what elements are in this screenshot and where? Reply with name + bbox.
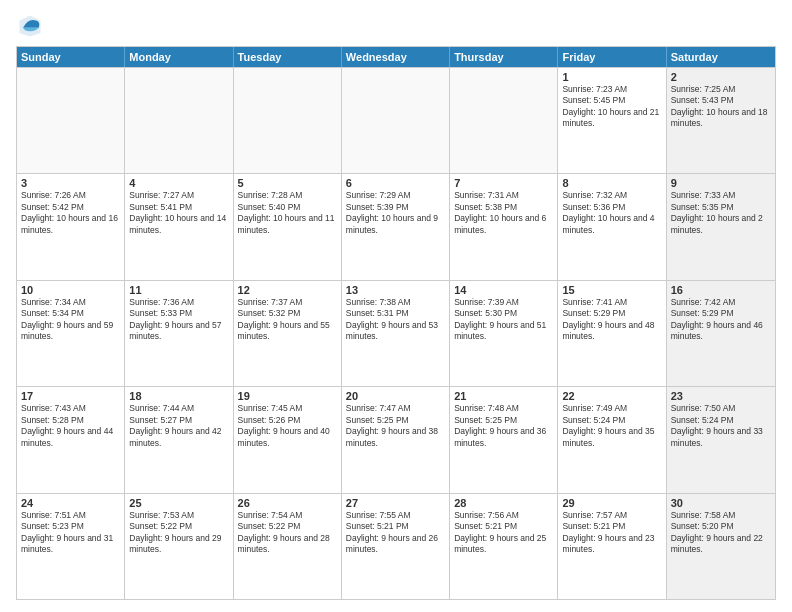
calendar-cell: 7Sunrise: 7:31 AM Sunset: 5:38 PM Daylig… xyxy=(450,174,558,279)
day-number: 7 xyxy=(454,177,553,189)
calendar-body: 1Sunrise: 7:23 AM Sunset: 5:45 PM Daylig… xyxy=(17,67,775,599)
day-info: Sunrise: 7:41 AM Sunset: 5:29 PM Dayligh… xyxy=(562,297,661,343)
calendar-cell: 27Sunrise: 7:55 AM Sunset: 5:21 PM Dayli… xyxy=(342,494,450,599)
calendar-cell: 5Sunrise: 7:28 AM Sunset: 5:40 PM Daylig… xyxy=(234,174,342,279)
day-info: Sunrise: 7:58 AM Sunset: 5:20 PM Dayligh… xyxy=(671,510,771,556)
logo xyxy=(16,12,48,40)
day-number: 21 xyxy=(454,390,553,402)
day-number: 20 xyxy=(346,390,445,402)
header-day-tuesday: Tuesday xyxy=(234,47,342,67)
logo-icon xyxy=(16,12,44,40)
day-info: Sunrise: 7:54 AM Sunset: 5:22 PM Dayligh… xyxy=(238,510,337,556)
day-info: Sunrise: 7:55 AM Sunset: 5:21 PM Dayligh… xyxy=(346,510,445,556)
day-info: Sunrise: 7:34 AM Sunset: 5:34 PM Dayligh… xyxy=(21,297,120,343)
calendar-cell: 2Sunrise: 7:25 AM Sunset: 5:43 PM Daylig… xyxy=(667,68,775,173)
calendar-cell: 13Sunrise: 7:38 AM Sunset: 5:31 PM Dayli… xyxy=(342,281,450,386)
day-info: Sunrise: 7:50 AM Sunset: 5:24 PM Dayligh… xyxy=(671,403,771,449)
header-day-thursday: Thursday xyxy=(450,47,558,67)
day-number: 9 xyxy=(671,177,771,189)
day-info: Sunrise: 7:38 AM Sunset: 5:31 PM Dayligh… xyxy=(346,297,445,343)
day-info: Sunrise: 7:57 AM Sunset: 5:21 PM Dayligh… xyxy=(562,510,661,556)
day-info: Sunrise: 7:37 AM Sunset: 5:32 PM Dayligh… xyxy=(238,297,337,343)
day-info: Sunrise: 7:43 AM Sunset: 5:28 PM Dayligh… xyxy=(21,403,120,449)
calendar-cell: 26Sunrise: 7:54 AM Sunset: 5:22 PM Dayli… xyxy=(234,494,342,599)
header-day-sunday: Sunday xyxy=(17,47,125,67)
calendar-cell: 9Sunrise: 7:33 AM Sunset: 5:35 PM Daylig… xyxy=(667,174,775,279)
calendar-cell: 28Sunrise: 7:56 AM Sunset: 5:21 PM Dayli… xyxy=(450,494,558,599)
calendar-cell: 15Sunrise: 7:41 AM Sunset: 5:29 PM Dayli… xyxy=(558,281,666,386)
calendar-cell: 19Sunrise: 7:45 AM Sunset: 5:26 PM Dayli… xyxy=(234,387,342,492)
day-number: 17 xyxy=(21,390,120,402)
calendar-cell: 18Sunrise: 7:44 AM Sunset: 5:27 PM Dayli… xyxy=(125,387,233,492)
day-number: 5 xyxy=(238,177,337,189)
day-number: 30 xyxy=(671,497,771,509)
day-info: Sunrise: 7:36 AM Sunset: 5:33 PM Dayligh… xyxy=(129,297,228,343)
calendar-cell: 4Sunrise: 7:27 AM Sunset: 5:41 PM Daylig… xyxy=(125,174,233,279)
calendar-row-2: 3Sunrise: 7:26 AM Sunset: 5:42 PM Daylig… xyxy=(17,173,775,279)
day-info: Sunrise: 7:29 AM Sunset: 5:39 PM Dayligh… xyxy=(346,190,445,236)
header-day-wednesday: Wednesday xyxy=(342,47,450,67)
calendar-cell: 1Sunrise: 7:23 AM Sunset: 5:45 PM Daylig… xyxy=(558,68,666,173)
day-number: 24 xyxy=(21,497,120,509)
calendar-cell: 30Sunrise: 7:58 AM Sunset: 5:20 PM Dayli… xyxy=(667,494,775,599)
day-number: 16 xyxy=(671,284,771,296)
day-info: Sunrise: 7:28 AM Sunset: 5:40 PM Dayligh… xyxy=(238,190,337,236)
day-number: 1 xyxy=(562,71,661,83)
day-info: Sunrise: 7:27 AM Sunset: 5:41 PM Dayligh… xyxy=(129,190,228,236)
day-info: Sunrise: 7:39 AM Sunset: 5:30 PM Dayligh… xyxy=(454,297,553,343)
day-info: Sunrise: 7:25 AM Sunset: 5:43 PM Dayligh… xyxy=(671,84,771,130)
calendar-cell: 3Sunrise: 7:26 AM Sunset: 5:42 PM Daylig… xyxy=(17,174,125,279)
calendar-cell: 17Sunrise: 7:43 AM Sunset: 5:28 PM Dayli… xyxy=(17,387,125,492)
day-number: 11 xyxy=(129,284,228,296)
calendar-cell xyxy=(234,68,342,173)
calendar-cell: 22Sunrise: 7:49 AM Sunset: 5:24 PM Dayli… xyxy=(558,387,666,492)
day-number: 15 xyxy=(562,284,661,296)
day-info: Sunrise: 7:44 AM Sunset: 5:27 PM Dayligh… xyxy=(129,403,228,449)
day-number: 6 xyxy=(346,177,445,189)
calendar-cell: 20Sunrise: 7:47 AM Sunset: 5:25 PM Dayli… xyxy=(342,387,450,492)
page: SundayMondayTuesdayWednesdayThursdayFrid… xyxy=(0,0,792,612)
day-info: Sunrise: 7:26 AM Sunset: 5:42 PM Dayligh… xyxy=(21,190,120,236)
day-number: 2 xyxy=(671,71,771,83)
calendar-cell: 24Sunrise: 7:51 AM Sunset: 5:23 PM Dayli… xyxy=(17,494,125,599)
calendar-cell xyxy=(125,68,233,173)
day-number: 29 xyxy=(562,497,661,509)
calendar-cell xyxy=(450,68,558,173)
day-info: Sunrise: 7:33 AM Sunset: 5:35 PM Dayligh… xyxy=(671,190,771,236)
day-number: 23 xyxy=(671,390,771,402)
calendar-cell: 8Sunrise: 7:32 AM Sunset: 5:36 PM Daylig… xyxy=(558,174,666,279)
calendar-cell: 6Sunrise: 7:29 AM Sunset: 5:39 PM Daylig… xyxy=(342,174,450,279)
day-number: 13 xyxy=(346,284,445,296)
calendar-cell: 21Sunrise: 7:48 AM Sunset: 5:25 PM Dayli… xyxy=(450,387,558,492)
calendar-row-1: 1Sunrise: 7:23 AM Sunset: 5:45 PM Daylig… xyxy=(17,67,775,173)
day-number: 22 xyxy=(562,390,661,402)
day-info: Sunrise: 7:32 AM Sunset: 5:36 PM Dayligh… xyxy=(562,190,661,236)
day-number: 12 xyxy=(238,284,337,296)
calendar-cell: 12Sunrise: 7:37 AM Sunset: 5:32 PM Dayli… xyxy=(234,281,342,386)
header-day-saturday: Saturday xyxy=(667,47,775,67)
day-info: Sunrise: 7:31 AM Sunset: 5:38 PM Dayligh… xyxy=(454,190,553,236)
day-info: Sunrise: 7:45 AM Sunset: 5:26 PM Dayligh… xyxy=(238,403,337,449)
day-info: Sunrise: 7:47 AM Sunset: 5:25 PM Dayligh… xyxy=(346,403,445,449)
day-number: 14 xyxy=(454,284,553,296)
day-number: 18 xyxy=(129,390,228,402)
day-number: 27 xyxy=(346,497,445,509)
calendar-header: SundayMondayTuesdayWednesdayThursdayFrid… xyxy=(17,47,775,67)
day-number: 10 xyxy=(21,284,120,296)
calendar-row-5: 24Sunrise: 7:51 AM Sunset: 5:23 PM Dayli… xyxy=(17,493,775,599)
day-number: 26 xyxy=(238,497,337,509)
calendar-cell: 23Sunrise: 7:50 AM Sunset: 5:24 PM Dayli… xyxy=(667,387,775,492)
calendar-row-3: 10Sunrise: 7:34 AM Sunset: 5:34 PM Dayli… xyxy=(17,280,775,386)
calendar: SundayMondayTuesdayWednesdayThursdayFrid… xyxy=(16,46,776,600)
calendar-cell: 14Sunrise: 7:39 AM Sunset: 5:30 PM Dayli… xyxy=(450,281,558,386)
header-day-monday: Monday xyxy=(125,47,233,67)
day-info: Sunrise: 7:49 AM Sunset: 5:24 PM Dayligh… xyxy=(562,403,661,449)
day-info: Sunrise: 7:53 AM Sunset: 5:22 PM Dayligh… xyxy=(129,510,228,556)
calendar-cell: 16Sunrise: 7:42 AM Sunset: 5:29 PM Dayli… xyxy=(667,281,775,386)
calendar-cell xyxy=(342,68,450,173)
day-number: 19 xyxy=(238,390,337,402)
day-number: 25 xyxy=(129,497,228,509)
calendar-cell: 10Sunrise: 7:34 AM Sunset: 5:34 PM Dayli… xyxy=(17,281,125,386)
header xyxy=(16,12,776,40)
day-info: Sunrise: 7:51 AM Sunset: 5:23 PM Dayligh… xyxy=(21,510,120,556)
